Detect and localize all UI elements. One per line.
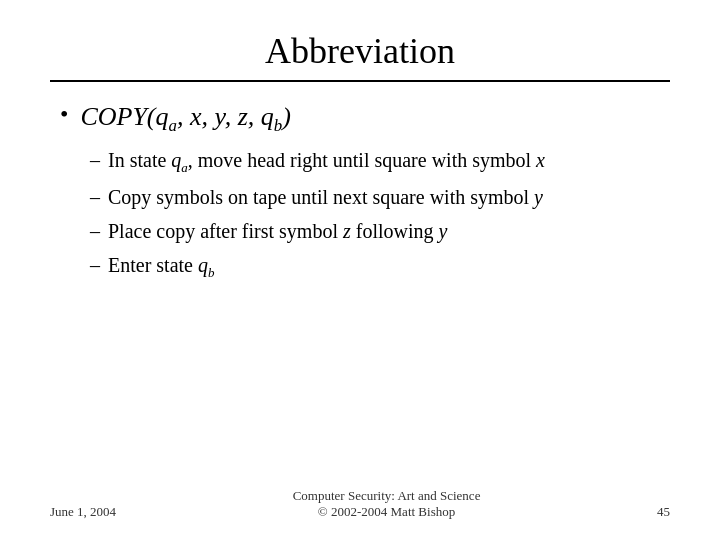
footer-copyright: © 2002-2004 Matt Bishop: [318, 504, 455, 519]
sub-text-4: Enter state qb: [108, 250, 670, 283]
sub-item-2: – Copy symbols on tape until next square…: [90, 182, 670, 212]
sub-item-4: – Enter state qb: [90, 250, 670, 283]
sub-dash-1: –: [90, 145, 100, 175]
slide-content: • COPY(qa, x, y, z, qb) – In state qa, m…: [50, 100, 670, 478]
sub-dash-4: –: [90, 250, 100, 280]
bullet-dot: •: [60, 100, 68, 129]
sub-dash-2: –: [90, 182, 100, 212]
sub-item-1: – In state qa, move head right until squ…: [90, 145, 670, 178]
sub-text-3: Place copy after first symbol z followin…: [108, 216, 670, 246]
sub-text-2: Copy symbols on tape until next square w…: [108, 182, 670, 212]
footer-date: June 1, 2004: [50, 504, 116, 520]
footer-attribution: Computer Security: Art and Science © 200…: [293, 488, 481, 520]
sub-dash-3: –: [90, 216, 100, 246]
sub-items-list: – In state qa, move head right until squ…: [90, 145, 670, 282]
slide: Abbreviation • COPY(qa, x, y, z, qb) – I…: [0, 0, 720, 540]
main-bullet: • COPY(qa, x, y, z, qb): [60, 100, 670, 137]
sub-text-1: In state qa, move head right until squar…: [108, 145, 670, 178]
slide-footer: June 1, 2004 Computer Security: Art and …: [50, 478, 670, 520]
footer-book-title: Computer Security: Art and Science: [293, 488, 481, 503]
bullet-main-text: COPY(qa, x, y, z, qb): [80, 100, 290, 137]
title-divider: [50, 80, 670, 82]
slide-title: Abbreviation: [50, 30, 670, 72]
footer-page-number: 45: [657, 504, 670, 520]
sub-item-3: – Place copy after first symbol z follow…: [90, 216, 670, 246]
